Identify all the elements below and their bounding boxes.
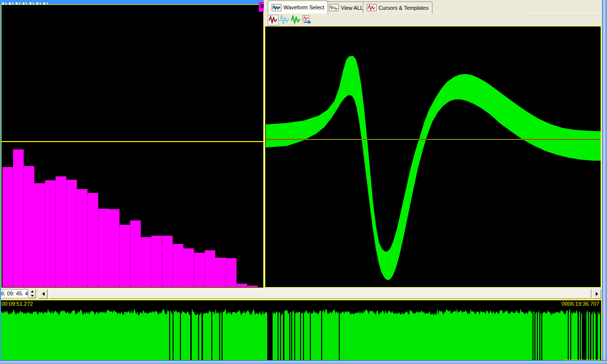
tab-waveform-select[interactable]: Waveform Select (268, 0, 328, 14)
tab-label: View ALL (341, 5, 363, 11)
template-1-button[interactable] (268, 15, 278, 25)
right-arrow-icon (596, 292, 598, 296)
interval-histogram-chart[interactable] (1, 4, 263, 288)
spike-template-chart[interactable] (265, 26, 601, 287)
down-arrow-icon (31, 295, 34, 297)
scroll-right-button[interactable] (592, 289, 601, 299)
window-frame-left (0, 0, 1, 360)
time-scroll-row: 6: 09: 45. 435 (0, 288, 602, 300)
template-2-button[interactable] (279, 15, 290, 25)
start-timestamp: 00:09:51.272 (1, 301, 33, 307)
green-waveform-icon (290, 15, 301, 25)
cyan-dotted-waveform-icon (279, 15, 290, 25)
dark-red-waveform-icon (268, 15, 278, 25)
tab-body-edge (528, 13, 607, 13)
waveform-select-icon (272, 4, 281, 11)
tab-cursors-templates[interactable]: Cursors & Templates (363, 1, 432, 13)
window-frame-right (602, 0, 607, 364)
apply-template-button[interactable] (302, 15, 313, 25)
title-bar (0, 0, 265, 4)
continuous-trace-chart[interactable] (1, 301, 600, 360)
view-all-icon (329, 4, 339, 11)
template-3-button[interactable] (290, 15, 301, 25)
scroll-left-button[interactable] (39, 289, 48, 299)
window-frame-bottom (0, 360, 607, 364)
left-arrow-icon (42, 292, 45, 296)
cursors-templates-icon (367, 4, 377, 11)
scrollbar-track[interactable] (49, 289, 591, 299)
spinner-down-button[interactable] (28, 293, 36, 298)
tab-label: Cursors & Templates (379, 5, 429, 11)
end-timestamp: 0006:19:36.707 (562, 301, 599, 307)
app-window: 0 Waveform Select View ALL (0, 0, 607, 364)
chart-with-arrow-icon (302, 15, 313, 25)
up-arrow-icon (31, 291, 34, 292)
tab-label: Waveform Select (283, 4, 324, 10)
scrollbar-thumb[interactable] (49, 289, 591, 299)
tab-bar: Waveform Select View ALL Cursors & Templ… (264, 0, 602, 26)
tab-view-all[interactable]: View ALL (325, 1, 367, 13)
overview-trace-panel[interactable]: 00:09:51.272 0006:19:36.707 (1, 299, 602, 360)
time-spinner-field[interactable]: 6: 09: 45. 435 (0, 289, 28, 298)
